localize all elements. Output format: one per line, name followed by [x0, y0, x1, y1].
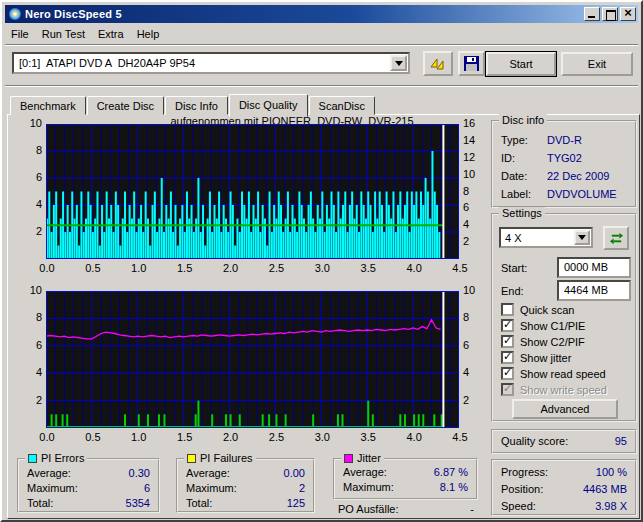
settings-title: Settings	[499, 207, 545, 219]
menu-help[interactable]: Help	[132, 26, 168, 42]
axis-tick-label: 8	[22, 311, 42, 323]
menu-run-test[interactable]: Run Test	[37, 26, 93, 42]
pif-max-label: Maximum:	[186, 482, 237, 494]
axis-tick-label: 3.0	[311, 262, 333, 274]
start-field[interactable]: 0000 MB	[557, 257, 631, 278]
checkbox-quick-scan[interactable]: Quick scan	[501, 303, 574, 316]
start-field-label: Start:	[501, 262, 527, 274]
close-icon[interactable]	[620, 7, 636, 21]
disc-label-value: DVDVOLUME	[547, 188, 617, 200]
axis-tick-label: 6	[22, 171, 42, 183]
axis-tick-label: 2.0	[220, 262, 242, 274]
axis-tick-label: 2	[463, 394, 481, 406]
axis-tick-label: 4.5	[449, 262, 471, 274]
jitter-max-label: Maximum:	[343, 481, 394, 493]
axis-tick-label: 0.0	[36, 262, 58, 274]
checkbox-show-c1-pie[interactable]: Show C1/PIE	[501, 319, 585, 332]
position-value: 4463 MB	[583, 483, 627, 495]
axis-tick-label: 1.0	[128, 431, 150, 443]
axis-tick-label: 4	[22, 198, 42, 210]
pi-failures-group: PI Failures Average:0.00 Maximum:2 Total…	[176, 458, 315, 513]
eject-icon	[429, 56, 447, 72]
po-failures-value: -	[470, 503, 474, 515]
quality-score-panel: Quality score: 95	[491, 429, 637, 454]
pie-max-label: Maximum:	[27, 482, 78, 494]
disc-date-label: Date:	[501, 170, 527, 182]
checkbox-box[interactable]	[501, 351, 514, 364]
tab-disc-info[interactable]: Disc Info	[165, 96, 228, 115]
axis-tick-label: 8	[22, 144, 42, 156]
axis-tick-label: 12	[463, 151, 481, 163]
axis-tick-label: 2.5	[265, 262, 287, 274]
axis-tick-label: 4	[463, 366, 481, 378]
checkbox-show-read-speed[interactable]: Show read speed	[501, 367, 606, 380]
checkbox-box[interactable]	[501, 319, 514, 332]
tab-create-disc[interactable]: Create Disc	[87, 96, 164, 115]
checkbox-box[interactable]	[501, 367, 514, 380]
speed-select-value: 4 X	[501, 232, 574, 244]
pif-total-label: Total:	[186, 497, 212, 509]
save-button[interactable]	[458, 51, 485, 76]
settings-group: Settings 4 X Start: 0000 MB End: 4464 MB…	[491, 213, 637, 422]
speed-select[interactable]: 4 X	[499, 227, 593, 248]
drive-select-value: [0:1] ATAPI DVD A DH20A4P 9P54	[14, 57, 390, 69]
title-bar[interactable]: Nero DiscSpeed 5	[5, 5, 638, 23]
refresh-icon	[609, 231, 624, 246]
axis-tick-label: 0.5	[82, 262, 104, 274]
speed-value: 3.98 X	[595, 500, 627, 512]
quality-score-label: Quality score:	[501, 435, 568, 447]
jitter-title: Jitter	[357, 452, 381, 464]
checkbox-show-c2-pif[interactable]: Show C2/PIF	[501, 335, 585, 348]
chevron-down-icon	[395, 61, 403, 66]
tab-bar: Benchmark Create Disc Disc Info Disc Qua…	[10, 94, 376, 115]
drive-select[interactable]: [0:1] ATAPI DVD A DH20A4P 9P54	[12, 52, 410, 74]
app-window: Nero DiscSpeed 5 File Run Test Extra Hel…	[0, 0, 643, 522]
pie-max-value: 6	[144, 482, 150, 494]
advanced-button-label: Advanced	[541, 403, 590, 415]
axis-tick-label: 1.5	[174, 262, 196, 274]
tab-benchmark[interactable]: Benchmark	[10, 96, 86, 115]
toolbar-separator	[5, 85, 638, 87]
disc-label-label: Label:	[501, 188, 531, 200]
exit-button[interactable]: Exit	[561, 52, 633, 76]
position-label: Position:	[501, 483, 543, 495]
axis-tick-label: 16	[463, 117, 481, 129]
advanced-button[interactable]: Advanced	[512, 399, 618, 419]
checkbox-box[interactable]	[501, 303, 514, 316]
pie-avg-label: Average:	[27, 467, 71, 479]
pi-errors-title: PI Errors	[41, 452, 84, 464]
progress-panel: Progress:100 % Position:4463 MB Speed:3.…	[491, 459, 637, 516]
pif-max-value: 2	[299, 482, 305, 494]
start-field-value: 0000 MB	[564, 261, 608, 273]
axis-tick-label: 1.0	[128, 262, 150, 274]
menu-bar: File Run Test Extra Help	[6, 25, 167, 42]
disc-type-label: Type:	[501, 134, 528, 146]
end-field[interactable]: 4464 MB	[557, 280, 631, 301]
checkbox-show-write-speed: Show write speed	[501, 383, 607, 396]
speed-label: Speed:	[501, 500, 536, 512]
window-title: Nero DiscSpeed 5	[25, 8, 582, 20]
pie-total-label: Total:	[27, 497, 53, 509]
start-button[interactable]: Start	[486, 52, 556, 76]
menu-extra[interactable]: Extra	[93, 26, 132, 42]
eject-button[interactable]	[423, 51, 453, 76]
axis-tick-label: 2.0	[220, 431, 242, 443]
jitter-avg-value: 6.87 %	[434, 466, 468, 478]
axis-tick-label: 10	[463, 284, 481, 296]
checkbox-show-jitter[interactable]: Show jitter	[501, 351, 571, 364]
drive-select-arrow[interactable]	[390, 55, 407, 71]
maximize-icon[interactable]	[602, 7, 618, 21]
axis-tick-label: 10	[463, 168, 481, 180]
minimize-icon[interactable]	[584, 7, 600, 21]
jitter-group: Jitter Average:6.87 % Maximum:8.1 %	[333, 458, 478, 500]
checkbox-box[interactable]	[501, 335, 514, 348]
tab-disc-quality[interactable]: Disc Quality	[229, 94, 308, 117]
axis-tick-label: 8	[463, 311, 481, 323]
speed-select-arrow[interactable]	[574, 230, 590, 245]
tab-scandisc[interactable]: ScanDisc	[309, 96, 375, 115]
end-field-label: End:	[501, 285, 524, 297]
menu-file[interactable]: File	[6, 26, 37, 42]
start-button-label: Start	[509, 58, 532, 70]
refresh-button[interactable]	[603, 226, 629, 250]
exit-button-label: Exit	[588, 58, 606, 70]
